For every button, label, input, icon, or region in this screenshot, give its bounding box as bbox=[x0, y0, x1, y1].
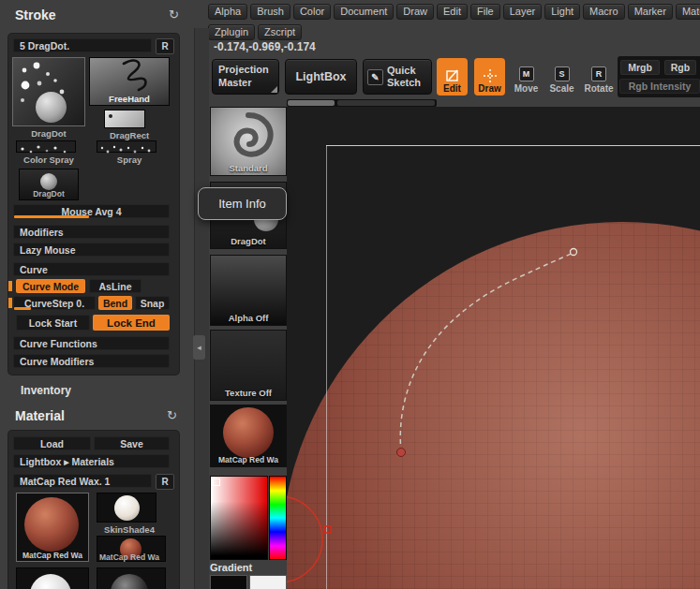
rgb-button[interactable]: Rgb bbox=[664, 60, 696, 75]
material-tile-dark[interactable] bbox=[97, 567, 166, 589]
document-canvas[interactable] bbox=[287, 107, 700, 589]
mrgb-button[interactable]: Mrgb bbox=[620, 60, 660, 75]
stroke-panel: 5 DragDot. R DragDot FreeHand DragRect bbox=[8, 34, 179, 375]
refresh-icon[interactable]: ↻ bbox=[169, 7, 179, 22]
draw-mode-button[interactable]: Draw bbox=[474, 58, 505, 96]
shelf-slider-track bbox=[337, 100, 435, 106]
color-picker-cursor[interactable] bbox=[213, 479, 220, 486]
material-tile-matcap-red[interactable]: MatCap Red Wa bbox=[16, 493, 89, 562]
matcap-red-sphere bbox=[24, 497, 79, 552]
menu-color[interactable]: Color bbox=[293, 4, 331, 20]
menu-marker[interactable]: Marker bbox=[628, 4, 673, 20]
material-palette-title[interactable]: Material bbox=[15, 408, 65, 423]
stroke-selector[interactable]: 5 DragDot. bbox=[13, 38, 152, 52]
modifiers-section[interactable]: Modifiers bbox=[13, 225, 170, 239]
curve-end-point[interactable] bbox=[571, 249, 577, 256]
menu-light[interactable]: Light bbox=[544, 4, 580, 20]
brush-label: Standard bbox=[211, 163, 286, 173]
menu-file[interactable]: File bbox=[470, 4, 500, 20]
menu-zplugin[interactable]: Zplugin bbox=[208, 24, 255, 40]
material-label: MatCap Red Wa bbox=[211, 455, 286, 464]
lazy-mouse-section[interactable]: Lazy Mouse bbox=[13, 243, 170, 257]
material-reset-button[interactable]: R bbox=[156, 474, 174, 490]
stroke-reset-button[interactable]: R bbox=[156, 38, 174, 54]
menu-document[interactable]: Document bbox=[334, 4, 394, 20]
material-tile-light[interactable] bbox=[16, 567, 89, 589]
rgb-intensity-slider[interactable]: Rgb Intensity bbox=[619, 79, 700, 94]
draw-icon bbox=[483, 68, 498, 83]
shelf-slider[interactable] bbox=[287, 99, 437, 107]
material-thumbnail-current[interactable]: MatCap Red Wa bbox=[210, 405, 287, 467]
dark-sphere bbox=[111, 574, 148, 589]
scale-mode-button[interactable]: S Scale bbox=[547, 58, 576, 96]
material-tile-skinshade[interactable] bbox=[97, 493, 156, 523]
menu-zscript[interactable]: Zscript bbox=[258, 24, 302, 40]
curve-section[interactable]: Curve bbox=[13, 262, 170, 276]
menu-layer[interactable]: Layer bbox=[503, 4, 543, 20]
menu-brush[interactable]: Brush bbox=[250, 4, 290, 20]
menu-alpha[interactable]: Alpha bbox=[208, 4, 247, 20]
material-save-button[interactable]: Save bbox=[94, 436, 170, 450]
stroke-curve[interactable] bbox=[400, 253, 573, 452]
stroke-tile-colorspray[interactable] bbox=[16, 140, 76, 153]
lock-start-button[interactable]: Lock Start bbox=[16, 315, 90, 331]
refresh-icon[interactable]: ↻ bbox=[167, 408, 177, 422]
dragdot-sphere bbox=[40, 173, 57, 190]
canvas-overlay bbox=[287, 107, 700, 589]
edit-mode-button[interactable]: Edit bbox=[437, 58, 468, 96]
stroke-tile-dragrect[interactable] bbox=[104, 110, 145, 128]
move-label: Move bbox=[514, 83, 539, 94]
curve-start-point[interactable] bbox=[397, 449, 406, 457]
material-selector[interactable]: MatCap Red Wax. 1 bbox=[13, 474, 152, 488]
lock-end-button[interactable]: Lock End bbox=[93, 315, 170, 331]
stroke-palette-title[interactable]: Stroke bbox=[15, 7, 56, 22]
shelf-slider-thumb[interactable] bbox=[288, 100, 335, 106]
menu-edit[interactable]: Edit bbox=[437, 4, 468, 20]
curve-step-fill bbox=[14, 307, 31, 310]
brush-thumbnail-standard[interactable]: Standard bbox=[210, 107, 287, 176]
skinshade-sphere bbox=[114, 495, 140, 521]
stroke-tile-freehand[interactable]: FreeHand bbox=[89, 57, 170, 106]
material-load-button[interactable]: Load bbox=[13, 436, 91, 450]
dragrect-label: DragRect bbox=[89, 130, 170, 140]
canvas-red-handle[interactable] bbox=[324, 526, 331, 533]
lightbox-materials-button[interactable]: Lightbox ▸ Materials bbox=[13, 454, 170, 468]
main-color-swatch[interactable] bbox=[210, 575, 247, 589]
stroke-tile-dragdot[interactable] bbox=[12, 57, 85, 126]
move-mode-button[interactable]: M Move bbox=[512, 58, 541, 96]
spray-label: Spray bbox=[89, 155, 170, 165]
color-picker-sv-square[interactable] bbox=[210, 476, 268, 560]
dragdot-sphere bbox=[36, 92, 67, 123]
quick-sketch-button[interactable]: ✎ Quick Sketch bbox=[363, 59, 432, 95]
projection-master-button[interactable]: Projection Master bbox=[212, 59, 279, 95]
menu-macro[interactable]: Macro bbox=[583, 4, 625, 20]
snap-button[interactable]: Snap bbox=[135, 296, 170, 310]
texture-thumbnail[interactable]: Texture Off bbox=[210, 330, 287, 401]
tooltip-item-info: Item Info bbox=[198, 187, 287, 220]
spray-dots-icon bbox=[97, 144, 156, 155]
zbrush-window: Alpha Brush Color Document Draw Edit Fil… bbox=[0, 0, 700, 589]
color-picker-hue-strip[interactable] bbox=[269, 476, 287, 560]
stroke-tile-dragdot-small[interactable]: DragDot bbox=[19, 169, 79, 200]
asline-button[interactable]: AsLine bbox=[89, 279, 141, 293]
bend-button[interactable]: Bend bbox=[98, 296, 132, 310]
curve-modifiers-section[interactable]: Curve Modifiers bbox=[13, 354, 170, 368]
menu-material[interactable]: Material bbox=[676, 4, 700, 20]
secondary-color-swatch[interactable] bbox=[249, 575, 287, 589]
curve-functions-section[interactable]: Curve Functions bbox=[13, 336, 170, 350]
scale-icon: S bbox=[555, 66, 570, 81]
lightbox-button[interactable]: LightBox bbox=[285, 59, 357, 95]
rotate-mode-button[interactable]: R Rotate bbox=[583, 58, 615, 96]
alpha-thumbnail[interactable]: Alpha Off bbox=[210, 255, 287, 326]
quick-sketch-label: Quick Sketch bbox=[387, 65, 428, 89]
panel-collapse-handle[interactable]: ◂ bbox=[193, 335, 205, 360]
rotate-label: Rotate bbox=[584, 83, 613, 94]
edit-label: Edit bbox=[443, 83, 461, 94]
menu-bar-row2: Zplugin Zscript bbox=[208, 24, 302, 40]
curve-mode-button[interactable]: Curve Mode bbox=[16, 279, 85, 293]
cursor-coordinates: -0.174,-0.969,-0.174 bbox=[214, 40, 316, 53]
gradient-label[interactable]: Gradient bbox=[210, 562, 252, 573]
stroke-tile-spray[interactable] bbox=[97, 140, 156, 153]
menu-draw[interactable]: Draw bbox=[396, 4, 434, 20]
menu-bar-row1: Alpha Brush Color Document Draw Edit Fil… bbox=[208, 4, 700, 20]
